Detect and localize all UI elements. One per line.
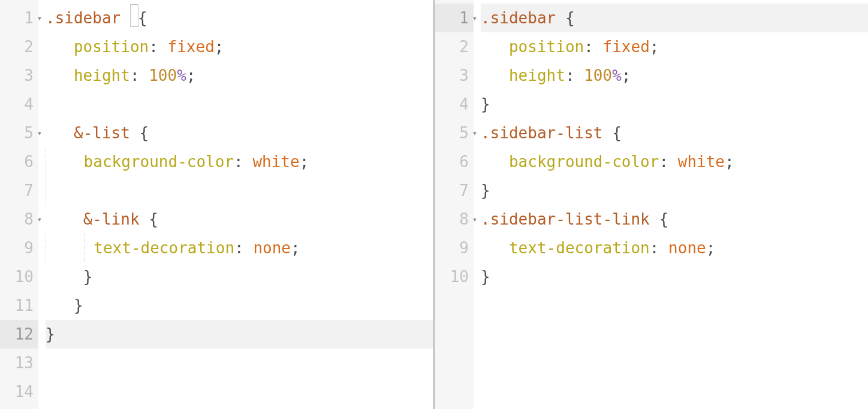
right-code-line[interactable]: } xyxy=(481,262,868,291)
line-number-text: 2 xyxy=(24,38,34,56)
left-line-number[interactable]: 10 xyxy=(0,262,38,291)
left-line-number[interactable]: 11 xyxy=(0,291,38,320)
code-token: -link xyxy=(92,210,149,228)
code-token: : xyxy=(650,239,668,257)
left-code-line[interactable]: text-decoration: none; xyxy=(46,234,433,262)
right-code-line[interactable]: .sidebar-list { xyxy=(481,119,868,147)
code-token: .sidebar-list-link xyxy=(481,210,659,228)
code-token: & xyxy=(74,124,83,142)
code-token: % xyxy=(612,66,622,84)
line-number-text: 1 xyxy=(24,9,34,27)
code-token: ; xyxy=(706,239,716,257)
code-token: background-color xyxy=(74,153,234,171)
right-code-line[interactable]: } xyxy=(481,176,868,205)
right-code-line[interactable]: .sidebar-list-link { xyxy=(481,205,868,234)
left-gutter[interactable]: 1▾2345▾678▾91011121314 xyxy=(0,0,38,409)
code-token xyxy=(46,66,74,84)
code-token xyxy=(46,296,74,314)
code-token: % xyxy=(177,66,186,84)
right-code-line[interactable]: text-decoration: none; xyxy=(481,234,868,262)
line-number-text: 14 xyxy=(15,383,34,401)
line-number-text: 8 xyxy=(24,210,34,228)
code-token: { xyxy=(140,124,149,142)
right-code-line[interactable]: background-color: white; xyxy=(481,147,868,176)
left-code-line[interactable]: } xyxy=(46,320,433,349)
line-number-text: 12 xyxy=(15,325,34,343)
code-token: ; xyxy=(622,66,631,84)
right-code-line[interactable]: } xyxy=(481,90,868,119)
text-cursor xyxy=(130,4,138,27)
left-line-number[interactable]: 2 xyxy=(0,32,38,61)
code-token: { xyxy=(149,210,158,228)
code-token xyxy=(85,239,94,257)
code-token: ; xyxy=(186,66,196,84)
indent-guide xyxy=(46,147,46,176)
right-line-number[interactable]: 8▾ xyxy=(435,205,474,234)
code-token xyxy=(46,210,83,228)
left-code-line[interactable]: .sidebar { xyxy=(46,4,433,32)
code-token: { xyxy=(565,9,575,27)
left-code-line[interactable]: position: fixed; xyxy=(46,32,433,61)
left-code-line[interactable]: } xyxy=(46,262,433,291)
code-token: ; xyxy=(300,153,309,171)
code-token xyxy=(46,181,74,199)
code-token: .sidebar xyxy=(46,9,130,27)
line-number-text: 4 xyxy=(24,95,34,113)
left-code-area[interactable]: .sidebar { position: fixed; height: 100%… xyxy=(38,0,433,409)
right-code-line[interactable]: height: 100%; xyxy=(481,61,868,90)
left-line-number[interactable]: 12 xyxy=(0,320,38,349)
left-line-number[interactable]: 5▾ xyxy=(0,119,38,147)
right-line-number[interactable]: 1▾ xyxy=(435,4,474,32)
code-token: background-color xyxy=(509,153,659,171)
line-number-text: 4 xyxy=(459,95,469,113)
left-line-number[interactable]: 6 xyxy=(0,147,38,176)
left-code-line[interactable]: &-link { xyxy=(46,205,433,234)
left-code-line[interactable]: &-list { xyxy=(46,119,433,147)
code-token: white xyxy=(252,153,299,171)
left-line-number[interactable]: 13 xyxy=(0,349,38,377)
left-line-number[interactable]: 4 xyxy=(0,90,38,119)
code-token xyxy=(481,239,509,257)
line-number-text: 2 xyxy=(459,38,469,56)
right-line-number[interactable]: 6 xyxy=(435,147,474,176)
right-line-number[interactable]: 3 xyxy=(435,61,474,90)
code-token: { xyxy=(612,124,622,142)
right-code-area[interactable]: .sidebar { position: fixed; height: 100%… xyxy=(474,0,868,409)
right-gutter[interactable]: 1▾2345▾678▾910 xyxy=(435,0,474,409)
left-code-line[interactable] xyxy=(46,377,433,406)
code-token: ; xyxy=(291,239,300,257)
right-line-number[interactable]: 2 xyxy=(435,32,474,61)
right-line-number[interactable]: 9 xyxy=(435,234,474,262)
right-line-number[interactable]: 4 xyxy=(435,90,474,119)
left-code-line[interactable] xyxy=(46,176,433,205)
left-line-number[interactable]: 14 xyxy=(0,377,38,406)
code-token: : xyxy=(565,66,584,84)
left-line-number[interactable]: 1▾ xyxy=(0,4,38,32)
split-editor: 1▾2345▾678▾91011121314 .sidebar { positi… xyxy=(0,0,868,409)
line-number-text: 3 xyxy=(459,66,469,84)
code-token: } xyxy=(481,95,490,113)
right-line-number[interactable]: 7 xyxy=(435,176,474,205)
code-token: } xyxy=(74,296,83,314)
left-code-line[interactable] xyxy=(46,349,433,377)
left-line-number[interactable]: 7 xyxy=(0,176,38,205)
left-code-line[interactable]: } xyxy=(46,291,433,320)
right-code-line[interactable]: position: fixed; xyxy=(481,32,868,61)
line-number-text: 10 xyxy=(15,268,34,286)
left-code-line[interactable] xyxy=(46,90,433,119)
left-code-line[interactable]: height: 100%; xyxy=(46,61,433,90)
code-token xyxy=(46,124,74,142)
right-line-number[interactable]: 5▾ xyxy=(435,119,474,147)
left-line-number[interactable]: 8▾ xyxy=(0,205,38,234)
code-token: position xyxy=(509,38,584,56)
code-token: } xyxy=(46,325,55,343)
code-token: ; xyxy=(215,38,224,56)
line-number-text: 9 xyxy=(24,239,34,257)
left-code-line[interactable]: background-color: white; xyxy=(46,147,433,176)
code-token: : xyxy=(234,153,252,171)
code-token xyxy=(46,38,74,56)
right-line-number[interactable]: 10 xyxy=(435,262,474,291)
right-code-line[interactable]: .sidebar { xyxy=(481,4,868,32)
left-line-number[interactable]: 3 xyxy=(0,61,38,90)
left-line-number[interactable]: 9 xyxy=(0,234,38,262)
